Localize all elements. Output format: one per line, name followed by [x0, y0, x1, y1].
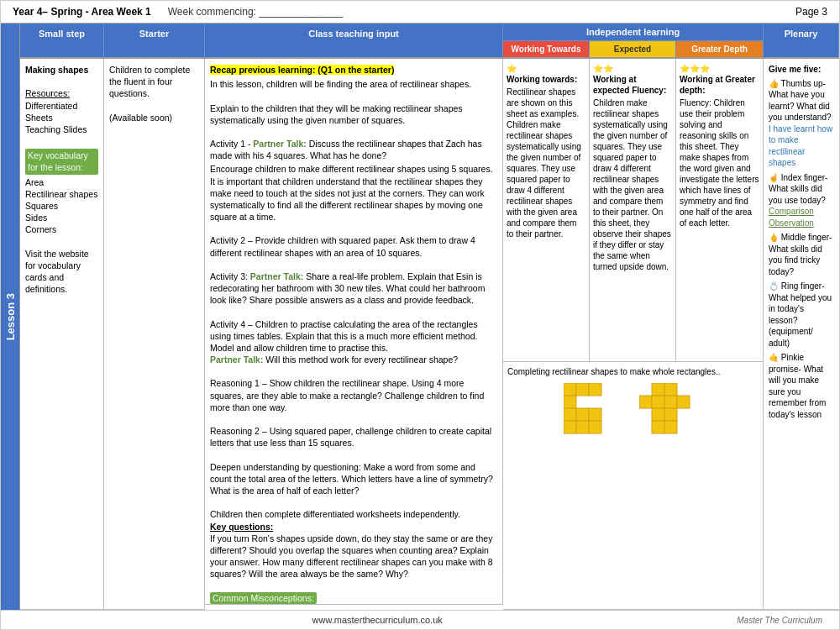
greater-stars: ⭐⭐⭐ [680, 63, 759, 74]
small-step-cell: Making shapes Resources: Differentiated … [20, 59, 104, 610]
vocab-area: Area [25, 176, 98, 188]
expected-stars: ⭐⭐ [593, 63, 672, 74]
vocab-rectilinear: Rectilinear shapes [25, 188, 98, 200]
give-five-label: Give me five: [769, 64, 834, 76]
table-container: Small step Starter Class teaching input … [19, 24, 839, 610]
working-title: Working towards: [507, 74, 585, 85]
starter-text: Children to complete the fluent in four … [109, 64, 199, 100]
svg-rect-17 [664, 408, 677, 421]
svg-rect-19 [664, 421, 677, 433]
skill-observation: Observation [769, 218, 834, 229]
header-small-step: Small step [20, 24, 104, 57]
shapes-row [507, 383, 759, 442]
content-row: Making shapes Resources: Differentiated … [20, 59, 839, 610]
expected-text: Children make rectilinear shapes systema… [593, 97, 672, 272]
recap-text: Recap previous learning: (Q1 on the star… [210, 65, 394, 75]
misconceptions-label: Common Misconceptions: [210, 592, 317, 604]
svg-rect-6 [589, 408, 601, 421]
sub-header-expected: Expected [590, 41, 676, 57]
svg-rect-2 [589, 383, 601, 396]
greater-text: Fluency: Children use their problem solv… [680, 97, 759, 228]
explain-text: Explain to the children that they will b… [210, 102, 497, 126]
reasoning1: Reasoning 1 – Show children the rectilin… [210, 377, 497, 413]
activity1: Activity 1 - Partner Talk: Discuss the r… [210, 138, 497, 161]
shape-svg-1 [564, 383, 631, 442]
working-towards-cell: ⭐ Working towards: Rectilinear shapes ar… [503, 59, 590, 361]
skill-comparison: Comparison [769, 206, 834, 218]
ring-section: 💍 Ring finger- What helped you in today'… [769, 281, 834, 349]
lesson-tab: Lesson 3 [1, 24, 19, 610]
completing-shapes-section: Completing rectilinear shapes to make wh… [503, 361, 763, 446]
main-content: Lesson 3 Small step Starter Class teachi… [1, 24, 839, 610]
vocab-sides: Sides [25, 212, 98, 223]
ring-text: 💍 Ring finger- What helped you in today'… [769, 281, 834, 349]
starter-available: (Available soon) [109, 112, 199, 123]
lesson-label: Lesson 3 [4, 293, 17, 340]
starter-cell: Children to complete the fluent in four … [104, 59, 205, 610]
intro-text: In this lesson, children will be finding… [210, 78, 497, 90]
footer-logo: Master The Curriculum [737, 616, 822, 625]
svg-rect-5 [576, 408, 589, 421]
header-independent: Independent learning Working Towards Exp… [503, 24, 764, 57]
svg-rect-3 [564, 396, 576, 408]
class-teaching-cell: Recap previous learning: (Q1 on the star… [205, 59, 503, 605]
svg-rect-8 [576, 421, 589, 433]
header-starter: Starter [104, 24, 205, 57]
sub-header-working: Working Towards [503, 41, 590, 57]
resource-teaching-slides: Teaching Slides [25, 123, 98, 135]
vocab-squares: Squares [25, 200, 98, 212]
svg-rect-13 [652, 396, 664, 408]
working-text: Rectilinear shapes are shown on this she… [507, 87, 585, 239]
page-number: Page 3 [795, 6, 827, 18]
svg-rect-1 [576, 383, 589, 396]
column-headers: Small step Starter Class teaching input … [20, 24, 839, 59]
top-bar: Year 4– Spring - Area Week 1 Week commen… [1, 1, 839, 24]
expected-title: Working at expected Fluency: [593, 74, 672, 96]
independent-note: Children then complete differentiated wo… [210, 508, 497, 520]
middle-section: 🖕 Middle finger- What skills did you fin… [769, 232, 834, 277]
sub-header-greater: Greater Depth [676, 41, 763, 57]
activity1b: Encourage children to make different rec… [210, 163, 497, 223]
thumbs-section: 👍 Thumbs up- What have you learnt? What … [769, 78, 834, 169]
index-text: ☝️ Index finger- What skills did you use… [769, 172, 834, 207]
index-section: ☝️ Index finger- What skills did you use… [769, 172, 834, 229]
activity4: Activity 4 – Children to practise calcul… [210, 318, 497, 354]
resource-differentiated: Differentiated [25, 100, 98, 112]
footer-url: www.masterthecurriculum.co.uk [312, 615, 443, 625]
activity2: Activity 2 – Provide children with squar… [210, 234, 497, 258]
greater-depth-cell: ⭐⭐⭐ Working at Greater depth: Fluency: C… [676, 59, 763, 361]
recap-line: Recap previous learning: (Q1 on the star… [210, 64, 497, 76]
pinkie-text: 🤙 Pinkie promise- What will you make sur… [769, 352, 834, 420]
expected-cell: ⭐⭐ Working at expected Fluency: Children… [590, 59, 676, 361]
independent-learning-cell: ⭐ Working towards: Rectilinear shapes ar… [503, 59, 764, 610]
key-questions-text: If you turn Ron's shapes upside down, do… [210, 533, 497, 580]
svg-rect-14 [664, 396, 677, 408]
independent-sub-headers: Working Towards Expected Greater Depth [503, 41, 763, 57]
greater-title: Working at Greater depth: [680, 74, 759, 96]
svg-rect-7 [564, 421, 576, 433]
partner-talk-4: Partner Talk: [210, 354, 263, 365]
independent-label: Independent learning [503, 24, 763, 41]
thumbs-text: 👍 Thumbs up- What have you learnt? What … [769, 78, 834, 123]
shape-svg-2 [639, 383, 702, 442]
svg-rect-15 [677, 396, 690, 408]
pinkie-section: 🤙 Pinkie promise- What will you make sur… [769, 352, 834, 420]
svg-rect-4 [564, 408, 576, 421]
week-commencing: Week commencing: _______________ [168, 6, 344, 18]
ind-columns: ⭐ Working towards: Rectilinear shapes ar… [503, 59, 763, 361]
learnt-text: I have learnt how to make rectilinear sh… [769, 123, 834, 169]
deepen: Deepen understanding by questioning: Mak… [210, 461, 497, 497]
middle-text: 🖕 Middle finger- What skills did you fin… [769, 232, 834, 277]
key-questions-label: Key questions: [210, 521, 497, 533]
svg-rect-9 [589, 421, 601, 433]
reasoning2: Reasoning 2 – Using squared paper, chall… [210, 425, 497, 449]
vocab-corners: Corners [25, 223, 98, 235]
footer: www.masterthecurriculum.co.uk Master The… [1, 610, 839, 629]
svg-rect-10 [652, 383, 664, 396]
misconceptions: Common Misconceptions: [210, 592, 497, 604]
header-class-teaching: Class teaching input [205, 24, 503, 57]
activity3: Activity 3: Partner Talk: Share a real-l… [210, 270, 497, 307]
partner-talk-3: Partner Talk: [250, 271, 303, 281]
svg-rect-11 [664, 383, 677, 396]
svg-rect-12 [639, 396, 652, 408]
